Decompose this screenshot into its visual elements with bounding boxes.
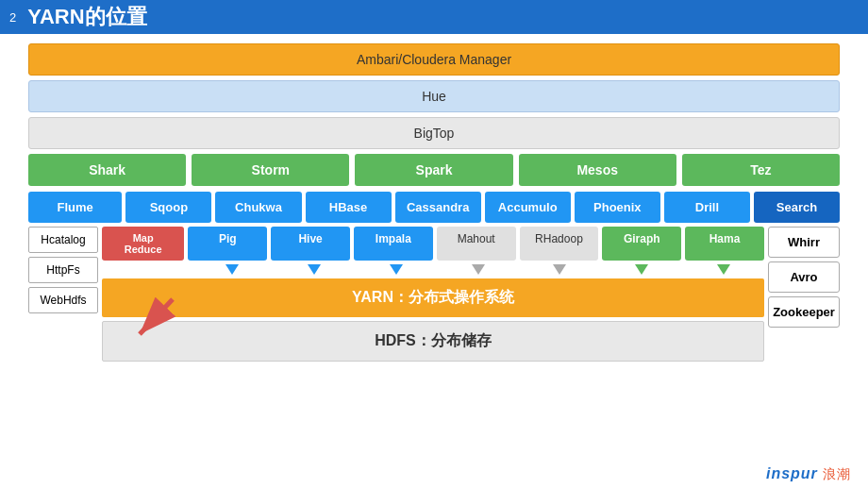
arrow-pig xyxy=(193,264,272,275)
hama-box: Hama xyxy=(685,227,764,261)
red-arrow-container xyxy=(130,295,182,346)
green-row: Shark Storm Spark Mesos Tez xyxy=(28,154,840,186)
pig-box: Pig xyxy=(188,227,267,261)
mapreduce-box: MapReduce xyxy=(102,227,184,261)
arrow-hive xyxy=(275,264,354,275)
accumulo-box: Accumulo xyxy=(485,192,571,223)
ambari-box: Ambari/Cloudera Manager xyxy=(28,43,840,76)
slide-title: YARN的位置 xyxy=(27,3,146,31)
impala-box: Impala xyxy=(354,227,433,261)
hdfs-label: HDFS：分布储存 xyxy=(375,332,492,348)
flume-box: Flume xyxy=(28,192,122,223)
logo-inspur: inspur xyxy=(766,465,818,481)
yarn-label: YARN：分布式操作系统 xyxy=(352,289,514,305)
httpfs-label: HttpFs xyxy=(28,257,98,283)
hue-row: Hue xyxy=(28,80,840,112)
arrows-row xyxy=(102,264,764,275)
shark-box: Shark xyxy=(28,154,186,186)
mahout-box: Mahout xyxy=(437,227,516,261)
svg-line-1 xyxy=(140,299,173,334)
red-arrow-icon xyxy=(130,295,182,342)
center-section: MapReduce Pig Hive Impala Mahout RHadoop… xyxy=(102,227,764,362)
blue-row: Flume Sqoop Chukwa HBase Cassandra Accum… xyxy=(28,192,840,223)
zookeeper-label: Zookeeper xyxy=(768,296,840,328)
hue-box: Hue xyxy=(28,80,840,112)
logo-area: inspur 浪潮 xyxy=(766,465,851,483)
left-labels: Hcatalog HttpFs WebHdfs xyxy=(28,227,98,362)
arrow-mapreduce xyxy=(104,264,190,275)
top-bar: 2 YARN的位置 xyxy=(0,0,868,34)
avro-label: Avro xyxy=(768,261,840,293)
arrow-mahout xyxy=(439,264,517,275)
right-labels: Whirr Avro Zookeeper xyxy=(768,227,840,362)
cassandra-box: Cassandra xyxy=(395,192,481,223)
mid-complex: Hcatalog HttpFs WebHdfs MapReduce Pig Hi… xyxy=(28,227,840,362)
spark-box: Spark xyxy=(355,154,512,186)
webhdfs-label: WebHdfs xyxy=(28,287,98,313)
bigtop-row: BigTop xyxy=(28,117,840,149)
search-box: Search xyxy=(754,192,840,223)
drill-box: Drill xyxy=(664,192,750,223)
main-content: Ambari/Cloudera Manager Hue BigTop Shark… xyxy=(0,34,868,369)
arrow-hama xyxy=(684,264,762,275)
logo-cn: 浪潮 xyxy=(823,466,851,481)
sqoop-box: Sqoop xyxy=(125,192,211,223)
hcatalog-label: Hcatalog xyxy=(28,227,98,253)
mid-row-1: MapReduce Pig Hive Impala Mahout RHadoop… xyxy=(102,227,764,261)
bigtop-box: BigTop xyxy=(28,117,840,149)
ambari-row: Ambari/Cloudera Manager xyxy=(28,43,840,76)
hbase-box: HBase xyxy=(306,192,392,223)
tez-box: Tez xyxy=(682,154,840,186)
mesos-box: Mesos xyxy=(519,154,676,186)
arrow-impala xyxy=(357,264,435,275)
phoenix-box: Phoenix xyxy=(575,192,660,223)
slide-number: 2 xyxy=(9,10,16,25)
rhadoop-box: RHadoop xyxy=(520,227,599,261)
chukwa-box: Chukwa xyxy=(215,192,301,223)
yarn-bar: YARN：分布式操作系统 xyxy=(102,278,764,317)
hive-box: Hive xyxy=(271,227,350,261)
giraph-box: Giraph xyxy=(602,227,681,261)
hdfs-bar: HDFS：分布储存 xyxy=(102,321,764,362)
storm-box: Storm xyxy=(192,154,349,186)
arrow-rhadoop xyxy=(521,264,599,275)
whirr-label: Whirr xyxy=(768,227,840,258)
hdfs-container: HDFS：分布储存 xyxy=(102,321,764,362)
arrow-giraph xyxy=(603,264,681,275)
